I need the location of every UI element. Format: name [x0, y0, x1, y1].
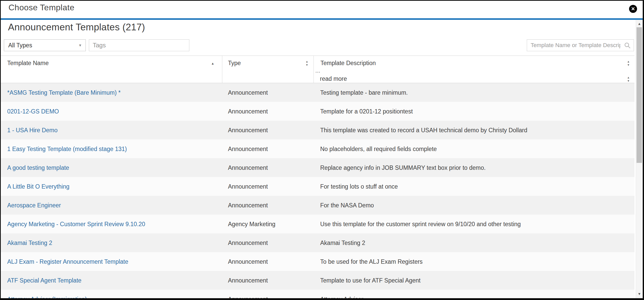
- template-description: Replace agency info in JOB SUMMARY text …: [320, 164, 486, 171]
- template-type: Announcement: [228, 89, 268, 96]
- page-title: Announcement Templates (217): [8, 22, 145, 33]
- template-name-link[interactable]: Akamai Testing 2: [7, 239, 52, 246]
- table-row: ALJ Exam - Register Announcement Templat…: [1, 252, 634, 271]
- template-description: For testing lots o stuff at once: [320, 183, 398, 190]
- template-type: Announcement: [228, 164, 268, 171]
- search-field-wrapper: [527, 39, 634, 51]
- template-description: No placeholders, all required fields com…: [320, 145, 437, 152]
- column-header-type[interactable]: Type ▲ ▼: [222, 56, 313, 83]
- template-name-link[interactable]: 1 - USA Hire Demo: [7, 127, 58, 134]
- sort-ascending-icon: ▲: [211, 61, 214, 65]
- close-button[interactable]: ✕: [629, 5, 637, 13]
- sort-down-arrow-icon: ▼: [627, 64, 630, 66]
- templates-table: Template Name ▲ Type ▲ ▼ Template Descri…: [1, 56, 634, 298]
- table-row: *ASMG Testing Template (Bare Minimum) * …: [1, 83, 634, 102]
- template-name-link[interactable]: Aerospace Engineer: [7, 202, 61, 209]
- column-header-template-description[interactable]: Template Description ▲ ▼ ... read more ▲…: [313, 56, 634, 83]
- read-more-link[interactable]: read more: [320, 75, 347, 82]
- sort-icon: ▲ ▼: [627, 60, 630, 66]
- template-type: Announcement: [228, 239, 268, 246]
- sort-down-arrow-icon: ▼: [306, 64, 308, 66]
- sort-icon: ▲ ▼: [627, 76, 630, 82]
- scrollbar-thumb[interactable]: [637, 27, 642, 163]
- template-description: To be used for the ALJ Exam Registers: [320, 258, 423, 265]
- scroll-down-button[interactable]: ▼: [636, 290, 643, 297]
- search-input[interactable]: [527, 39, 634, 51]
- table-row: Attorney Advisor (Immigration) Announcem…: [1, 290, 634, 298]
- template-description: Template to use for ATF Special Agent: [320, 277, 421, 284]
- template-type: Announcement: [228, 108, 268, 115]
- scroll-up-button[interactable]: ▲: [636, 20, 643, 27]
- template-description: This template was created to record a US…: [320, 127, 527, 134]
- type-filter-value: All Types: [8, 42, 32, 49]
- table-row: 0201-12-GS DEMO Announcement Template fo…: [1, 102, 634, 121]
- table-row: A good testing template Announcement Rep…: [1, 158, 634, 177]
- table-row: 1 - USA Hire Demo Announcement This temp…: [1, 121, 634, 139]
- table-row: Akamai Testing 2 Announcement Akamai Tes…: [1, 233, 634, 252]
- column-label: Template Description: [320, 60, 376, 67]
- table-row: Aerospace Engineer Announcement For the …: [1, 196, 634, 215]
- sort-down-arrow-icon: ▼: [627, 80, 630, 82]
- template-name-link[interactable]: A good testing template: [7, 164, 69, 171]
- scroll-up-icon: ▲: [638, 22, 641, 26]
- template-name-link[interactable]: Agency Marketing - Customer Sprint Revie…: [7, 220, 145, 227]
- template-type: Announcement: [228, 296, 268, 298]
- template-type: Announcement: [228, 277, 268, 284]
- template-name-link[interactable]: *ASMG Testing Template (Bare Minimum) *: [7, 89, 121, 96]
- template-name-link[interactable]: A Little Bit O Everything: [7, 183, 70, 190]
- template-type: Announcement: [228, 183, 268, 190]
- vertical-scrollbar[interactable]: ▲ ▼: [636, 20, 643, 298]
- scroll-down-icon: ▼: [638, 292, 641, 296]
- template-name-link[interactable]: 0201-12-GS DEMO: [7, 108, 59, 115]
- accent-divider: [1, 18, 643, 20]
- template-name-link[interactable]: Attorney Advisor (Immigration): [7, 296, 87, 298]
- template-description: Testing template - bare minimum.: [320, 89, 408, 96]
- choose-template-dialog: Choose Template ✕ Announcement Templates…: [0, 0, 644, 300]
- description-ellipsis: ...: [315, 67, 320, 74]
- sort-up-arrow-icon: ▲: [306, 60, 308, 63]
- table-body: *ASMG Testing Template (Bare Minimum) * …: [1, 83, 634, 298]
- dialog-titlebar: Choose Template ✕: [1, 1, 643, 18]
- dialog-title: Choose Template: [9, 3, 74, 12]
- template-type: Announcement: [228, 202, 268, 209]
- template-name-link[interactable]: ATF Special Agent Template: [7, 277, 81, 284]
- template-description: Template for a 0201-12 positiontest: [320, 108, 413, 115]
- close-icon: ✕: [631, 6, 635, 12]
- table-row: ATF Special Agent Template Announcement …: [1, 271, 634, 290]
- table-row: 1 Easy Testing Template (modified stage …: [1, 139, 634, 158]
- template-type: Announcement: [228, 145, 268, 152]
- column-label: Type: [228, 60, 241, 67]
- template-description: For the NASA Demo: [320, 202, 374, 209]
- tags-input[interactable]: [89, 39, 189, 51]
- table-header-row: Template Name ▲ Type ▲ ▼ Template Descri…: [1, 56, 634, 83]
- sort-icon: ▲ ▼: [306, 60, 308, 66]
- sort-up-arrow-icon: ▲: [627, 60, 630, 63]
- template-type: Announcement: [228, 258, 268, 265]
- table-row: A Little Bit O Everything Announcement F…: [1, 177, 634, 196]
- column-label: Template Name: [7, 60, 49, 67]
- chevron-down-icon: ▼: [78, 43, 82, 47]
- template-name-link[interactable]: ALJ Exam - Register Announcement Templat…: [7, 258, 128, 265]
- column-header-template-name[interactable]: Template Name ▲: [1, 56, 222, 83]
- table-row: Agency Marketing - Customer Sprint Revie…: [1, 215, 634, 233]
- template-type: Agency Marketing: [228, 220, 275, 227]
- template-description: Use this template for the customer sprin…: [320, 220, 521, 227]
- template-description: Akamai Testing 2: [320, 239, 365, 246]
- type-filter-select[interactable]: All Types ▼: [4, 39, 86, 51]
- template-type: Announcement: [228, 127, 268, 134]
- template-name-link[interactable]: 1 Easy Testing Template (modified stage …: [7, 145, 127, 152]
- sort-up-arrow-icon: ▲: [627, 76, 630, 79]
- search-icon: [624, 42, 631, 49]
- template-description: Attorney Advisor: [320, 296, 363, 298]
